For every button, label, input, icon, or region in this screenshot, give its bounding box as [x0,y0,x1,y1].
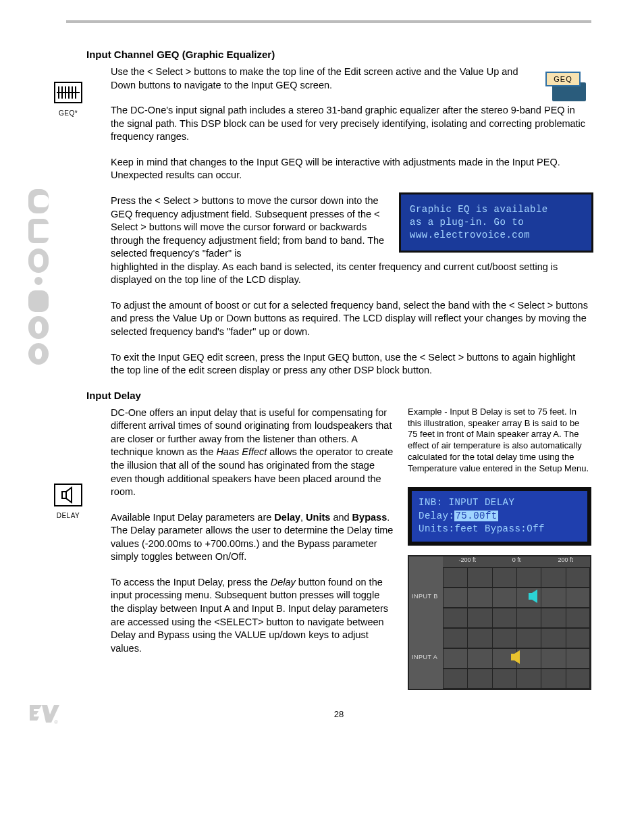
geq-badge: GEQ [544,70,591,105]
geq-icon-caption: GEQ* [53,109,84,117]
grid-row-b: INPUT B [412,593,438,600]
ev-logo: ® [28,702,59,727]
svg-rect-7 [28,290,49,312]
geq-heading: Input Channel GEQ (Graphic Equalizer) [86,49,591,60]
delay-lcd-line2: Delay:75.00ft [419,510,581,523]
delay-lcd-line1: INB: INPUT DELAY [419,496,581,510]
svg-rect-22 [529,593,532,600]
geq-p6: To exit the Input GEQ edit screen, press… [111,351,591,377]
geq-badge-label: GEQ [545,72,581,86]
geq-lcd: Graphic EQ is available as a plug-in. Go… [401,194,591,251]
delay-lcd: INB: INPUT DELAY Delay:75.00ft Units:fee… [408,487,591,546]
geq-p4b: highlighted in the display. As each band… [111,261,591,287]
geq-lcd-line2: as a plug-in. Go to [410,216,583,229]
delay-diagram: -200 ft 0 ft 200 ft INPUT B INPUT A [408,555,591,690]
svg-rect-11 [35,348,42,359]
delay-icon-caption: DELAY [53,512,84,519]
svg-rect-3 [34,224,49,238]
grid-h3: 200 ft [541,556,590,567]
svg-rect-9 [35,321,42,334]
grid-h2: 0 ft [492,556,541,567]
grid-h1: -200 ft [443,556,492,567]
geq-p1: Use the < Select > buttons to make the t… [111,66,591,92]
delay-heading: Input Delay [86,390,591,401]
svg-rect-20 [55,484,82,506]
geq-p2: The DC-One's input signal path includes … [111,104,591,144]
delay-icon: DELAY [53,482,84,519]
geq-icon: GEQ* [53,80,84,117]
geq-lcd-line1: Graphic EQ is available [410,203,583,216]
svg-rect-5 [34,254,43,267]
svg-text:®: ® [54,719,58,725]
speaker-a-icon [510,650,522,664]
grid-row-a: INPUT A [412,654,437,660]
geq-p5: To adjust the amount of boost or cut for… [111,299,591,339]
geq-p3: Keep in mind that changes to the Input G… [111,156,591,182]
dcone-logo [22,189,55,365]
divider [66,20,591,23]
svg-point-6 [34,277,43,285]
geq-lcd-line3: www.electrovoice.com [410,229,583,242]
svg-rect-1 [34,195,49,207]
speaker-b-icon [528,589,540,604]
page-number: 28 [86,709,591,719]
delay-lcd-line3: Units:feet Bypass:Off [419,523,581,536]
delay-example-text: Example - Input B Delay is set to 75 fee… [408,407,591,475]
svg-rect-23 [511,654,514,660]
